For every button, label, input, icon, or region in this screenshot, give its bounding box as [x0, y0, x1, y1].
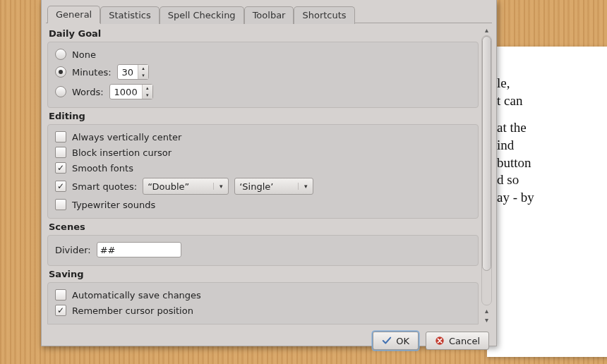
- radio-daily-goal-none[interactable]: [55, 49, 66, 60]
- general-tab-content: Daily Goal None Minutes: 30 ▴▾ Words:: [46, 25, 480, 324]
- doc-text: t can: [497, 92, 607, 110]
- section-heading-editing: Editing: [49, 111, 479, 121]
- doc-text: le,: [497, 75, 607, 92]
- tab-general[interactable]: General: [47, 6, 100, 23]
- ok-button-label: OK: [396, 336, 409, 346]
- chevron-down-icon: ▾: [298, 183, 310, 190]
- checkbox-remember-cursor[interactable]: ✓: [55, 305, 66, 316]
- scroll-up-icon[interactable]: ▴: [482, 25, 491, 35]
- background-document: le, t can at the ind button d so ay - by: [487, 47, 607, 357]
- checkbox-label: Smart quotes:: [72, 181, 137, 192]
- scroll-thumb[interactable]: [482, 36, 491, 271]
- single-quotes-select[interactable]: ‘Single’ ▾: [234, 178, 313, 195]
- doc-text: d so: [497, 171, 607, 189]
- checkbox-label: Typewriter sounds: [72, 200, 155, 210]
- cancel-button[interactable]: Cancel: [426, 332, 489, 350]
- divider-input[interactable]: ##: [97, 242, 181, 257]
- minutes-spinbox[interactable]: 30 ▴▾: [117, 64, 150, 80]
- tab-spell-checking[interactable]: Spell Checking: [160, 6, 244, 24]
- doc-text: ind: [497, 137, 607, 154]
- radio-label: Minutes:: [72, 67, 112, 78]
- checkbox-label: Remember cursor position: [72, 305, 193, 316]
- section-heading-scenes: Scenes: [49, 222, 479, 232]
- tab-bar: General Statistics Spell Checking Toolba…: [42, 6, 496, 23]
- radio-daily-goal-words[interactable]: [55, 86, 66, 97]
- checkbox-smart-quotes[interactable]: ✓: [55, 181, 66, 192]
- vertical-scrollbar[interactable]: ▴ ▴ ▾: [481, 25, 492, 324]
- ok-check-icon: [382, 336, 392, 346]
- tab-shortcuts[interactable]: Shortcuts: [294, 6, 354, 24]
- divider-value: ##: [100, 245, 116, 255]
- checkbox-vertically-center[interactable]: [55, 131, 66, 142]
- checkbox-label: Smooth fonts: [72, 163, 133, 174]
- checkbox-block-cursor[interactable]: [55, 147, 66, 158]
- select-value: ‘Single’: [239, 181, 273, 192]
- radio-label: None: [72, 49, 96, 60]
- checkbox-label: Automatically save changes: [72, 290, 201, 301]
- minutes-value: 30: [118, 65, 138, 79]
- section-heading-saving: Saving: [49, 269, 479, 279]
- checkbox-typewriter-sounds[interactable]: [55, 199, 66, 210]
- section-heading-daily-goal: Daily Goal: [49, 28, 479, 39]
- scroll-up-alt-icon[interactable]: ▴: [482, 306, 491, 315]
- doc-text: button: [497, 154, 607, 172]
- ok-button[interactable]: OK: [373, 332, 419, 350]
- select-value: “Double”: [148, 181, 189, 192]
- scroll-down-icon[interactable]: ▾: [482, 315, 491, 324]
- checkbox-label: Block insertion cursor: [72, 147, 172, 158]
- cancel-button-label: Cancel: [449, 336, 480, 346]
- doc-text: ay - by: [497, 189, 607, 207]
- preferences-dialog: General Statistics Spell Checking Toolba…: [41, 0, 497, 346]
- double-quotes-select[interactable]: “Double” ▾: [143, 178, 229, 195]
- divider-label: Divider:: [55, 245, 91, 255]
- words-spinbox[interactable]: 1000 ▴▾: [109, 84, 153, 99]
- radio-label: Words:: [72, 87, 104, 97]
- dialog-button-bar: OK Cancel: [42, 327, 496, 357]
- spin-buttons[interactable]: ▴▾: [142, 85, 152, 99]
- spin-buttons[interactable]: ▴▾: [138, 65, 148, 79]
- cancel-x-icon: [435, 336, 445, 346]
- tab-toolbar[interactable]: Toolbar: [244, 6, 294, 24]
- doc-text: at the: [497, 119, 607, 137]
- scroll-track[interactable]: [481, 35, 492, 305]
- tab-statistics[interactable]: Statistics: [100, 6, 159, 24]
- checkbox-label: Always vertically center: [72, 132, 181, 142]
- chevron-down-icon: ▾: [213, 183, 225, 190]
- checkbox-smooth-fonts[interactable]: ✓: [55, 162, 66, 174]
- checkbox-auto-save[interactable]: [55, 289, 66, 301]
- words-value: 1000: [110, 85, 142, 99]
- radio-daily-goal-minutes[interactable]: [55, 66, 66, 78]
